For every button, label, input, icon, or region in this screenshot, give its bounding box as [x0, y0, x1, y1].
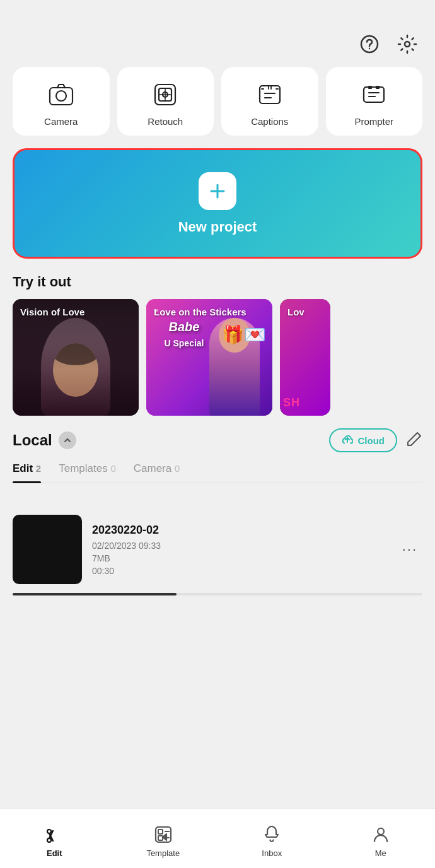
svg-point-22 [378, 828, 384, 835]
svg-rect-10 [368, 86, 372, 89]
tabs: Edit 2 Templates 0 Camera 0 [13, 462, 422, 483]
camera-tool[interactable]: Camera [13, 67, 110, 136]
file-list: 20230220-02 02/20/2023 09:33 7MB 00:30 ·… [0, 506, 435, 595]
retouch-label: Retouch [148, 116, 183, 127]
file-date: 02/20/2023 09:33 [92, 541, 387, 551]
svg-rect-17 [158, 830, 163, 834]
try-card-3-label: Lov [287, 307, 304, 317]
svg-point-14 [47, 830, 51, 833]
svg-rect-18 [158, 836, 163, 840]
nav-me[interactable]: Me [327, 819, 436, 858]
try-card-2-label: Love on the Stickers [154, 307, 246, 317]
captions-label: Captions [251, 116, 288, 127]
local-section: Local Cloud Edit [0, 428, 435, 506]
header [0, 0, 435, 67]
file-size: 7MB [92, 553, 387, 563]
tab-edit[interactable]: Edit 2 [13, 462, 41, 483]
prompter-icon [360, 81, 388, 108]
nav-edit-label: Edit [47, 848, 62, 858]
tab-camera-count: 0 [175, 463, 180, 474]
prompter-tool[interactable]: Prompter [326, 67, 423, 136]
file-item-1: 20230220-02 02/20/2023 09:33 7MB 00:30 ·… [13, 506, 422, 593]
tab-templates-count: 0 [110, 463, 115, 474]
tab-edit-count: 2 [36, 463, 41, 474]
tool-grid: Camera Retouch Captions Prompter [0, 67, 435, 148]
tab-templates-label: Templates [59, 462, 110, 474]
svg-rect-9 [364, 87, 384, 102]
local-actions: Cloud [329, 428, 423, 452]
bottom-nav: Edit Template Inbox Me [0, 808, 435, 868]
retouch-tool[interactable]: Retouch [117, 67, 214, 136]
scroll-indicator [13, 593, 422, 595]
nav-inbox-label: Inbox [262, 848, 282, 858]
nav-template[interactable]: Template [109, 819, 218, 858]
try-scroll: Vision of Love 🎁💌 BabeU Special ❤ Love o… [13, 299, 422, 416]
cloud-button[interactable]: Cloud [329, 428, 398, 452]
template-nav-icon [153, 824, 173, 845]
new-project-label: New project [178, 219, 257, 235]
stickers-decor: 🎁💌 [222, 324, 266, 345]
try-title: Try it out [13, 274, 422, 290]
settings-button[interactable] [395, 32, 420, 57]
prompter-label: Prompter [354, 116, 393, 127]
captions-tool[interactable]: Captions [221, 67, 318, 136]
cloud-label: Cloud [358, 435, 385, 446]
try-section: Try it out Vision of Love [0, 274, 435, 428]
try-card-2[interactable]: 🎁💌 BabeU Special ❤ Love on the Stickers [146, 299, 272, 416]
file-name: 20230220-02 [92, 524, 387, 537]
local-title: Local [13, 431, 52, 449]
file-more-button[interactable]: ··· [397, 536, 422, 563]
file-duration: 00:30 [92, 566, 387, 576]
local-sort-button[interactable] [59, 431, 76, 449]
svg-point-15 [47, 838, 51, 842]
nav-edit[interactable]: Edit [0, 819, 109, 858]
edit-pencil-button[interactable] [406, 431, 422, 450]
local-title-group: Local [13, 431, 76, 449]
try-card-1[interactable]: Vision of Love [13, 299, 139, 416]
tab-camera-label: Camera [134, 462, 175, 474]
help-button[interactable] [357, 32, 382, 57]
tab-templates[interactable]: Templates 0 [59, 462, 116, 483]
captions-icon [256, 81, 284, 108]
camera-icon [47, 81, 75, 108]
file-thumbnail [13, 515, 82, 584]
svg-point-4 [56, 91, 66, 101]
try-card-3[interactable]: SH Lov [280, 299, 330, 416]
svg-point-2 [405, 42, 410, 47]
new-project-button[interactable]: New project [13, 148, 422, 259]
file-info: 20230220-02 02/20/2023 09:33 7MB 00:30 [92, 524, 387, 576]
tab-camera[interactable]: Camera 0 [134, 462, 180, 483]
svg-rect-11 [376, 86, 380, 89]
nav-me-label: Me [375, 848, 386, 858]
edit-nav-icon [44, 824, 64, 845]
inbox-nav-icon [262, 824, 282, 845]
retouch-icon [151, 81, 179, 108]
new-project-plus-icon [199, 172, 236, 210]
try-card-1-label: Vision of Love [20, 307, 84, 317]
new-project-wrapper: New project [0, 148, 435, 274]
me-nav-icon [371, 824, 391, 845]
svg-point-1 [369, 48, 370, 49]
local-header: Local Cloud [13, 428, 422, 452]
tab-edit-label: Edit [13, 462, 36, 474]
camera-label: Camera [44, 116, 78, 127]
nav-template-label: Template [146, 848, 180, 858]
nav-inbox[interactable]: Inbox [218, 819, 327, 858]
